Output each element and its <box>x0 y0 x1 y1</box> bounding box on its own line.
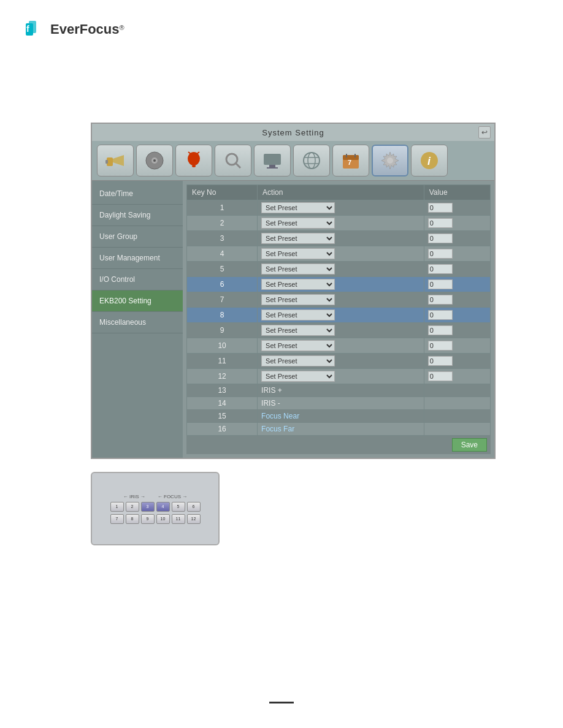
kb-key-8[interactable]: 8 <box>126 514 139 524</box>
action-select[interactable]: Set Preset <box>261 340 335 351</box>
save-button[interactable]: Save <box>452 438 487 452</box>
kb-key-2[interactable]: 2 <box>126 502 139 512</box>
alarm-icon[interactable] <box>175 145 212 176</box>
value-input[interactable] <box>428 295 453 305</box>
action-select[interactable]: Set Preset <box>261 233 335 244</box>
value-input[interactable] <box>428 279 453 289</box>
action-cell[interactable]: Set Preset <box>258 246 424 262</box>
value-input[interactable] <box>428 218 453 228</box>
value-cell[interactable] <box>424 369 490 384</box>
action-select[interactable]: Set Preset <box>261 264 335 275</box>
action-cell[interactable]: Set Preset <box>258 308 424 323</box>
value-cell[interactable] <box>424 277 490 292</box>
kb-key-10[interactable]: 10 <box>156 514 170 524</box>
sidebar-item-ekb200[interactable]: EKB200 Setting <box>92 290 183 312</box>
svg-point-9 <box>153 159 156 162</box>
table-row: 1Set Preset <box>187 200 491 216</box>
key-no-cell: 4 <box>187 246 258 262</box>
action-cell: IRIS - <box>258 397 424 410</box>
value-cell[interactable] <box>424 231 490 246</box>
sidebar-item-usergroup[interactable]: User Group <box>92 226 183 248</box>
value-input[interactable] <box>428 264 453 274</box>
sidebar-item-datetime[interactable]: Date/Time <box>92 183 183 205</box>
value-cell[interactable] <box>424 292 490 308</box>
svg-point-30 <box>387 157 393 164</box>
kb-key-12[interactable]: 12 <box>187 514 201 524</box>
value-cell[interactable] <box>424 200 490 216</box>
action-cell[interactable]: Set Preset <box>258 292 424 308</box>
sidebar-item-iocontrol[interactable]: I/O Control <box>92 269 183 290</box>
action-select[interactable]: Set Preset <box>261 218 335 229</box>
action-cell[interactable]: Set Preset <box>258 231 424 246</box>
action-select[interactable]: Set Preset <box>261 325 335 336</box>
value-cell <box>424 410 490 423</box>
action-select[interactable]: Set Preset <box>261 248 335 259</box>
datetime-icon[interactable]: 7 <box>332 145 369 176</box>
monitor-icon[interactable] <box>254 145 291 176</box>
action-select[interactable]: Set Preset <box>261 279 335 290</box>
action-cell[interactable]: Set Preset <box>258 338 424 354</box>
keyboard-device: ← IRIS → ← FOCUS → 1 2 3 4 5 6 7 8 9 10 … <box>91 472 220 545</box>
action-select[interactable]: Set Preset <box>261 294 335 305</box>
table-row: 10Set Preset <box>187 338 491 354</box>
action-cell[interactable]: Set Preset <box>258 277 424 292</box>
kb-key-1[interactable]: 1 <box>110 502 124 512</box>
action-select[interactable]: Set Preset <box>261 371 335 382</box>
value-input[interactable] <box>428 371 453 381</box>
action-cell[interactable]: Set Preset <box>258 216 424 231</box>
table-row: 16Focus Far <box>187 423 491 436</box>
sidebar-item-usermanagement[interactable]: User Management <box>92 248 183 269</box>
key-no-cell: 14 <box>187 397 258 410</box>
value-cell[interactable] <box>424 246 490 262</box>
value-cell[interactable] <box>424 262 490 277</box>
value-cell[interactable] <box>424 308 490 323</box>
value-input[interactable] <box>428 249 453 259</box>
action-cell[interactable]: Set Preset <box>258 262 424 277</box>
action-select[interactable]: Set Preset <box>261 202 335 213</box>
value-cell[interactable] <box>424 216 490 231</box>
camera-icon[interactable] <box>97 145 134 176</box>
value-input[interactable] <box>428 310 453 320</box>
value-input[interactable] <box>428 203 453 213</box>
search-icon[interactable] <box>215 145 251 176</box>
action-select[interactable]: Set Preset <box>261 309 335 320</box>
table-row: 12Set Preset <box>187 369 491 384</box>
key-no-cell: 11 <box>187 354 258 369</box>
key-no-cell: 7 <box>187 292 258 308</box>
value-input[interactable] <box>428 341 453 351</box>
action-cell[interactable]: Set Preset <box>258 323 424 338</box>
sidebar-item-misc[interactable]: Miscellaneous <box>92 312 183 333</box>
sidebar-item-daylight[interactable]: Daylight Saving <box>92 205 183 226</box>
kb-key-3[interactable]: 3 <box>141 502 155 512</box>
keyboard-row1: 1 2 3 4 5 6 <box>110 502 201 512</box>
settings-icon[interactable] <box>372 145 408 176</box>
media-icon[interactable] <box>136 145 173 176</box>
svg-text:7: 7 <box>348 159 351 166</box>
action-cell: IRIS + <box>258 384 424 397</box>
right-panel: Key No Action Value 1Set Preset2Set Pres… <box>183 181 494 458</box>
key-no-cell: 13 <box>187 384 258 397</box>
info-icon[interactable]: i <box>411 145 448 176</box>
svg-rect-18 <box>269 165 275 167</box>
kb-key-4[interactable]: 4 <box>156 502 170 512</box>
action-cell[interactable]: Set Preset <box>258 354 424 369</box>
everfocus-logo-icon: f <box>25 18 47 40</box>
value-input[interactable] <box>428 325 453 335</box>
kb-key-11[interactable]: 11 <box>172 514 185 524</box>
kb-key-9[interactable]: 9 <box>141 514 155 524</box>
action-cell[interactable]: Set Preset <box>258 369 424 384</box>
network-icon[interactable] <box>293 145 330 176</box>
value-input[interactable] <box>428 356 453 366</box>
value-cell[interactable] <box>424 354 490 369</box>
table-row: 11Set Preset <box>187 354 491 369</box>
value-cell <box>424 384 490 397</box>
kb-key-7[interactable]: 7 <box>110 514 124 524</box>
kb-key-5[interactable]: 5 <box>172 502 185 512</box>
value-cell[interactable] <box>424 338 490 354</box>
value-input[interactable] <box>428 233 453 243</box>
value-cell[interactable] <box>424 323 490 338</box>
action-select[interactable]: Set Preset <box>261 355 335 366</box>
action-cell[interactable]: Set Preset <box>258 200 424 216</box>
kb-key-6[interactable]: 6 <box>187 502 201 512</box>
back-button[interactable]: ↩ <box>478 126 491 138</box>
